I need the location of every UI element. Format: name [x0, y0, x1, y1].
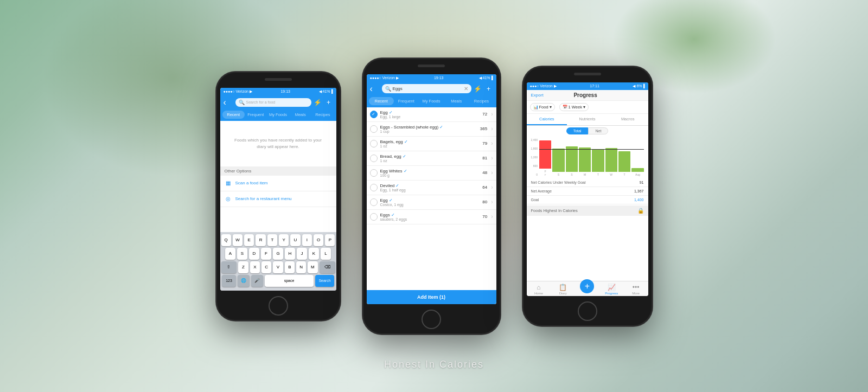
nav-more[interactable]: ••• More	[624, 284, 648, 295]
phone-right-home[interactable]	[578, 301, 597, 321]
food-item-6[interactable]: Egg ✓ Costco, 1 egg 80 ›	[367, 195, 496, 210]
search-clear-middle[interactable]: ✕	[464, 86, 468, 92]
food-item-4[interactable]: Egg Whites ✓ 100 g 48 ›	[367, 166, 496, 181]
key-v[interactable]: V	[273, 261, 283, 273]
key-search[interactable]: Search	[315, 275, 334, 287]
food-filter[interactable]: 📊 Food ▾	[530, 103, 555, 111]
key-g[interactable]: G	[273, 248, 283, 260]
search-bar-left[interactable]: 🔍 Search for a food	[235, 98, 311, 107]
key-m[interactable]: M	[308, 261, 317, 273]
food-checkbox-3[interactable]	[370, 155, 378, 162]
food-chevron-1[interactable]: ›	[491, 126, 493, 132]
tab-left-myfoods[interactable]: My Foods	[267, 111, 289, 119]
food-chevron-0[interactable]: ›	[491, 111, 493, 117]
scan-food-item[interactable]: ▦ Scan a food item	[220, 176, 336, 191]
key-e[interactable]: E	[244, 234, 254, 246]
back-button-middle[interactable]: ‹	[370, 84, 380, 94]
tab-left-recent[interactable]: Recent	[222, 111, 245, 119]
stat-value-2: 1,400	[634, 198, 644, 202]
key-l[interactable]: L	[321, 248, 331, 260]
key-k[interactable]: K	[309, 248, 319, 260]
tab-middle-recent[interactable]: Recent	[369, 97, 394, 105]
food-checkbox-5[interactable]	[370, 184, 378, 191]
key-mic[interactable]: 🎤	[251, 275, 263, 287]
week-filter[interactable]: 📅 1 Week ▾	[559, 103, 589, 111]
tab-calories[interactable]: Calories	[527, 114, 567, 125]
food-chevron-6[interactable]: ›	[491, 199, 493, 205]
toggle-net[interactable]: Net	[588, 127, 608, 134]
food-chevron-3[interactable]: ›	[491, 155, 493, 161]
food-item-7[interactable]: Eggs ✓ sauders, 2 eggs 70 ›	[367, 210, 496, 224]
food-chevron-4[interactable]: ›	[491, 170, 493, 176]
phone-left-header: ‹ 🔍 Search for a food ⚡ +	[220, 95, 336, 110]
tab-nutrients[interactable]: Nutrients	[567, 114, 608, 125]
food-item-5[interactable]: Deviled ✓ Egg, 1 half egg 64 ›	[367, 181, 496, 195]
back-button-left[interactable]: ‹	[224, 98, 233, 107]
filter-icon-middle[interactable]: ⚡	[474, 85, 482, 93]
key-123[interactable]: 123	[222, 275, 236, 287]
food-item-1[interactable]: Eggs - Scrambled (whole egg) ✓ 1 cup 365…	[367, 122, 496, 137]
nav-progress[interactable]: 📈 Progress	[599, 284, 624, 295]
food-checkbox-6[interactable]	[370, 198, 378, 206]
food-item-0[interactable]: Egg ✓ Egg, 1 large 72 ›	[367, 107, 496, 122]
key-n[interactable]: N	[296, 261, 306, 273]
nav-home[interactable]: ⌂ Home	[527, 284, 551, 295]
key-a[interactable]: A	[225, 248, 235, 260]
tab-macros[interactable]: Macros	[608, 114, 648, 125]
add-icon-left[interactable]: +	[324, 99, 333, 106]
food-checkbox-4[interactable]	[370, 169, 378, 177]
key-shift[interactable]: ⇧	[221, 261, 237, 273]
key-f[interactable]: F	[261, 248, 271, 260]
tab-middle-meals[interactable]: Meals	[444, 97, 469, 105]
key-globe[interactable]: 🌐	[238, 275, 250, 287]
tab-left-recipes[interactable]: Recipes	[311, 111, 334, 119]
toggle-total[interactable]: Total	[566, 127, 589, 134]
key-j[interactable]: J	[297, 248, 307, 260]
key-h[interactable]: H	[285, 248, 295, 260]
key-w[interactable]: W	[233, 234, 242, 246]
key-t[interactable]: T	[267, 234, 277, 246]
key-backspace[interactable]: ⌫	[320, 261, 335, 273]
key-i[interactable]: I	[302, 234, 312, 246]
food-item-3[interactable]: Bread, egg ✓ 1 oz 81 ›	[367, 151, 496, 166]
tab-left-meals[interactable]: Meals	[289, 111, 311, 119]
phone-middle-home[interactable]	[422, 310, 441, 329]
nav-add[interactable]: +	[575, 284, 599, 295]
key-r[interactable]: R	[256, 234, 265, 246]
bar-label-aug: Aug	[635, 173, 640, 176]
nav-diary[interactable]: 📋 Diary	[551, 284, 575, 295]
search-restaurant[interactable]: ◎ Search for a restaurant menu	[220, 191, 336, 207]
key-b[interactable]: B	[285, 261, 295, 273]
key-o[interactable]: O	[314, 234, 323, 246]
key-c[interactable]: C	[261, 261, 271, 273]
food-checkbox-1[interactable]	[370, 125, 378, 133]
tab-left-frequent[interactable]: Frequent	[245, 111, 267, 119]
search-bar-middle[interactable]: 🔍 Eggs ✕	[382, 84, 471, 93]
food-checkbox-2[interactable]	[370, 140, 378, 147]
key-u[interactable]: U	[290, 234, 300, 246]
tab-middle-frequent[interactable]: Frequent	[394, 97, 419, 105]
key-space[interactable]: space	[265, 275, 314, 287]
food-item-2[interactable]: Bagels, egg ✓ 1 oz 79 ›	[367, 137, 496, 151]
key-z[interactable]: Z	[238, 261, 248, 273]
tab-middle-myfoods[interactable]: My Foods	[419, 97, 444, 105]
add-icon-middle[interactable]: +	[484, 85, 493, 93]
food-checkbox-0[interactable]	[370, 111, 378, 118]
food-chevron-7[interactable]: ›	[491, 214, 493, 220]
food-chevron-2[interactable]: ›	[491, 140, 493, 146]
food-chevron-5[interactable]: ›	[491, 184, 493, 190]
add-item-button[interactable]: Add Item (1)	[367, 290, 496, 304]
key-p[interactable]: P	[325, 234, 335, 246]
nav-progress-label: Progress	[605, 292, 618, 295]
key-d[interactable]: D	[249, 248, 259, 260]
add-button-nav[interactable]: +	[580, 279, 594, 293]
phone-left-home[interactable]	[269, 296, 288, 316]
food-checkbox-7[interactable]	[370, 213, 378, 221]
key-x[interactable]: X	[250, 261, 260, 273]
tab-middle-recipes[interactable]: Recipes	[469, 97, 494, 105]
export-button[interactable]: Export	[531, 93, 544, 98]
filter-icon-left[interactable]: ⚡	[314, 99, 322, 106]
key-y[interactable]: Y	[279, 234, 289, 246]
key-s[interactable]: S	[237, 248, 247, 260]
key-q[interactable]: Q	[221, 234, 231, 246]
